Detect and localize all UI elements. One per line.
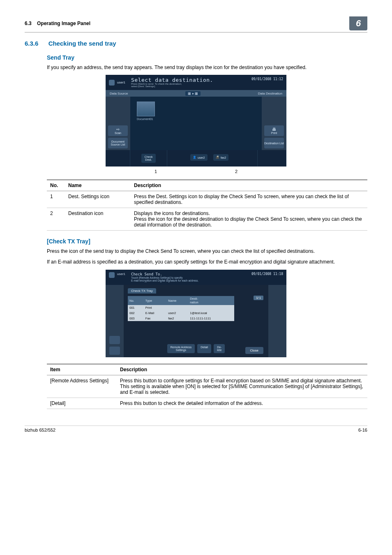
th-item: Item [47,364,117,375]
th-no: No. [128,296,144,305]
page-indicator: 1/ 1 [254,296,263,300]
callout-2: 2 [235,169,238,174]
sc1-datasource-label: Data Source [110,92,128,95]
checktx-heading: [Check TX Tray] [47,238,367,245]
list-icon[interactable] [109,347,120,355]
table-row: 1 Dest. Settings icon Press the Dest. Se… [47,191,367,208]
scan-icon[interactable] [109,336,120,344]
th-desc: Description [117,364,367,375]
sc2-datetime: 09/01/2008 11:18 [251,272,283,283]
detail-button[interactable]: Detail [197,344,211,353]
check-dest-button[interactable]: Check Dest. [141,154,156,163]
sc2-user: user1 [117,272,125,276]
checktx-table: No. Type Name Desti- nation 001 Print [128,296,234,321]
footer-right: 6-16 [358,428,367,432]
dest-chip-fax[interactable]: 📠 fax2 [213,154,228,161]
checktx-body1: Press the icon of the send tray to displ… [47,248,367,254]
remote-address-settings-button[interactable]: Remote Address Settings [167,344,195,353]
table-row[interactable]: 001 Print [128,305,234,310]
sc1-user: user1 [117,81,125,84]
sc2-sub1: Touch [Remote Address Settings] to speci… [131,276,198,280]
table-row[interactable]: 003 Fax fax2 111-1111-1111 [128,316,234,321]
table-row: [Remote Address Settings] Press this but… [47,375,367,398]
avatar-icon [109,80,115,86]
screenshot-check-send-to: user1 Check Send To. Touch [Remote Addre… [106,270,286,358]
th-name: Name [166,296,188,305]
checktx-desc-table: Item Description [Remote Address Setting… [47,364,367,409]
chapter-badge: 6 [349,16,367,30]
scan-button[interactable]: ⇨ Scan [108,125,128,136]
section-number: 6.3.6 [25,40,47,47]
screenshot-select-destination: user1 Select data destination. Press [St… [106,75,286,166]
fax-icon: 📠 [216,156,219,159]
callout-1: 1 [154,169,157,174]
th-no: No. [47,180,65,191]
document-thumb-label: Document01 [137,118,155,120]
sendtray-body: If you specify an address, the send tray… [47,64,367,71]
sc1-datadest-label: Data Destination [258,92,282,95]
sc1-sub2: select [Dest. Settings]. [131,85,213,88]
close-button[interactable]: Close [245,347,263,354]
header-name: Operating Image Panel [37,21,90,26]
doc-source-list-button[interactable]: Document Source List [108,138,128,148]
section-title: Checking the send tray [48,40,116,47]
table-row[interactable]: 002 E-Mail user2 1@test.local [128,310,234,316]
document-thumbnail[interactable] [137,102,155,116]
user-icon: 👤 [193,156,196,159]
print-button[interactable]: 🖶 Print [264,125,284,136]
checktx-body2: If an E-mail address is specified as a d… [47,259,367,265]
sc1-title: Select data destination. [131,77,213,83]
delete-button[interactable]: De- lete [214,344,225,353]
header-ref: 6.3 [25,21,32,26]
dest-icon-table: No. Name Description 1 Dest. Settings ic… [47,180,367,231]
footer-left: bizhub 652/552 [25,428,55,432]
table-row: 2 Destination icon Displays the icons fo… [47,208,367,231]
checktx-tab[interactable]: Check TX Tray [128,288,156,294]
scan-icon: ⇨ [116,127,120,132]
sc2-sub2: E-mail encryption and Digital Signature … [131,279,198,282]
sc2-title: Check Send To. [131,272,198,276]
avatar-icon [109,272,115,278]
flow-arrow-icon: ▦ ▸ ▦ [185,91,200,96]
sc1-datetime: 09/01/2008 11:12 [251,77,283,88]
th-desc: Description [131,180,367,191]
th-name: Name [65,180,131,191]
th-type: Type [144,296,166,305]
sendtray-heading: Send Tray [47,54,367,61]
dest-chip-user[interactable]: 👤 user2 [190,154,208,161]
th-dest: Desti- nation [188,296,234,305]
print-icon: 🖶 [272,127,276,132]
destination-list-button[interactable]: Destination List [264,138,284,148]
table-row: [Detail] Press this button to check the … [47,398,367,409]
